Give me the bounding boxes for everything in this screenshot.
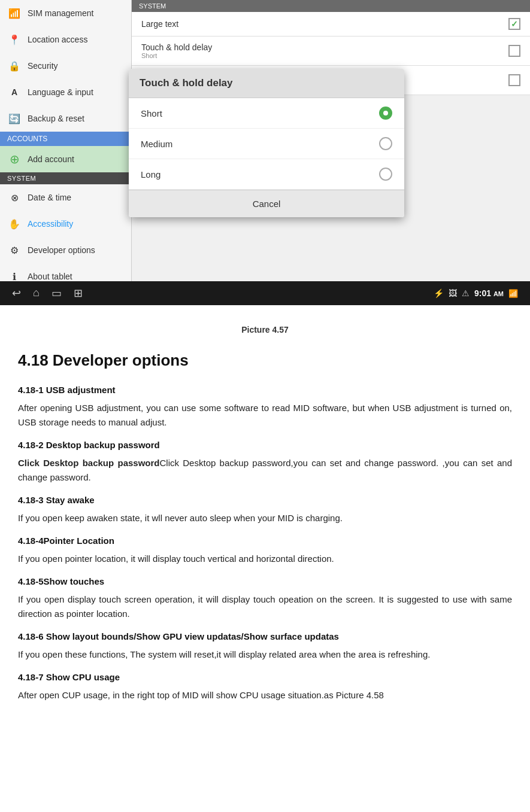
sidebar: 📶 SIM management 📍 Location access 🔒 Sec…	[0, 0, 132, 281]
document-content: Picture 4.57 4.18 Developer options 4.18…	[0, 305, 530, 719]
accounts-section-header: Accounts	[0, 132, 131, 146]
section-layout-para: If you open these functions, The system …	[18, 647, 512, 662]
setting-row-large-text[interactable]: Large text	[132, 12, 530, 37]
section-layout-heading: 4.18-6 Show layout bounds/Show GPU view …	[18, 629, 512, 644]
section-usb-heading: 4.18-1 USB adjustment	[18, 383, 512, 397]
main-system-header: SYSTEM	[132, 0, 530, 12]
navigation-bar: ↩ ⌂ ▭ ⊞ ⚡ 🖼 ⚠ 9:01 AM 📶	[0, 281, 530, 305]
dialog-cancel-button[interactable]: Cancel	[129, 190, 404, 217]
section-touches-para: If you open display touch screen operati…	[18, 592, 512, 621]
lock-icon: 🔒	[7, 59, 22, 73]
nav-left-controls: ↩ ⌂ ▭ ⊞	[12, 287, 83, 300]
sidebar-item-location[interactable]: 📍 Location access	[0, 26, 131, 53]
home-nav-icon[interactable]: ⌂	[33, 287, 40, 300]
sidebar-item-datetime[interactable]: ⊗ Date & time	[0, 184, 131, 211]
language-icon: A	[7, 85, 22, 99]
accessibility-icon: ✋	[7, 217, 22, 231]
section-cpu-heading: 4.18-7 Show CPU usage	[18, 670, 512, 685]
gallery-icon: 🖼	[449, 288, 457, 298]
usb-icon: ⚡	[434, 288, 444, 298]
sidebar-item-developer[interactable]: ⚙ Developer options	[0, 237, 131, 263]
back-nav-icon[interactable]: ↩	[12, 287, 21, 300]
sidebar-item-security[interactable]: 🔒 Security	[0, 53, 131, 79]
radio-long[interactable]	[379, 168, 392, 181]
radio-short[interactable]	[379, 107, 392, 120]
screenshot-nav-icon[interactable]: ⊞	[74, 287, 83, 300]
section-backup-bold: Click Desktop backup password	[18, 458, 159, 468]
nav-right-status: ⚡ 🖼 ⚠ 9:01 AM 📶	[434, 288, 518, 298]
section-backup-para: Click Desktop backup passwordClick Deskt…	[18, 456, 512, 485]
recent-nav-icon[interactable]: ▭	[52, 287, 62, 300]
sidebar-item-backup[interactable]: 🔄 Backup & reset	[0, 105, 131, 132]
datetime-icon: ⊗	[7, 190, 22, 205]
sidebar-item-language[interactable]: A Language & input	[0, 79, 131, 105]
section-pointer-heading: 4.18-4Pointer Location	[18, 534, 512, 548]
web-accessibility-checkbox[interactable]	[508, 74, 520, 86]
section-awake-para: If you open keep awaken state, it wll ne…	[18, 511, 512, 525]
location-icon: 📍	[7, 32, 22, 47]
dialog-title: Touch & hold delay	[129, 69, 404, 98]
screenshot-container: 📶 SIM management 📍 Location access 🔒 Sec…	[0, 0, 530, 305]
add-account-icon: ⊕	[7, 152, 22, 166]
sidebar-item-add-account[interactable]: ⊕ Add account	[0, 146, 131, 172]
dialog-option-medium[interactable]: Medium	[129, 129, 404, 159]
radio-medium[interactable]	[379, 137, 392, 150]
chapter-title: 4.18 Developer options	[18, 348, 512, 373]
section-touches-heading: 4.18-5Show touches	[18, 574, 512, 589]
section-backup-heading: 4.18-2 Desktop backup password	[18, 438, 512, 452]
backup-icon: 🔄	[7, 111, 22, 126]
system-section-header: SYSTEM	[0, 172, 131, 184]
large-text-checkbox[interactable]	[508, 18, 520, 30]
section-cpu-para: After open CUP usage, in the right top o…	[18, 688, 512, 702]
section-awake-heading: 4.18-3 Stay awake	[18, 493, 512, 507]
status-time: 9:01 AM	[474, 288, 504, 298]
warning-icon: ⚠	[462, 288, 470, 298]
developer-icon: ⚙	[7, 243, 22, 257]
setting-row-touch-delay[interactable]: Touch & hold delay Short	[132, 37, 530, 66]
signal-icon: 📶	[508, 289, 518, 298]
sidebar-item-accessibility[interactable]: ✋ Accessibility	[0, 211, 131, 237]
sidebar-item-sim[interactable]: 📶 SIM management	[0, 0, 131, 26]
section-usb-para: After opening USB adjustment, you can us…	[18, 401, 512, 430]
touch-delay-checkbox[interactable]	[508, 45, 520, 57]
picture-caption: Picture 4.57	[18, 323, 512, 336]
dialog-option-long[interactable]: Long	[129, 159, 404, 190]
section-pointer-para: If you open pointer location, it will di…	[18, 552, 512, 566]
touch-hold-delay-dialog: Touch & hold delay Short Medium Long Can…	[129, 69, 404, 217]
dialog-option-short[interactable]: Short	[129, 98, 404, 129]
sim-icon: 📶	[7, 6, 22, 20]
